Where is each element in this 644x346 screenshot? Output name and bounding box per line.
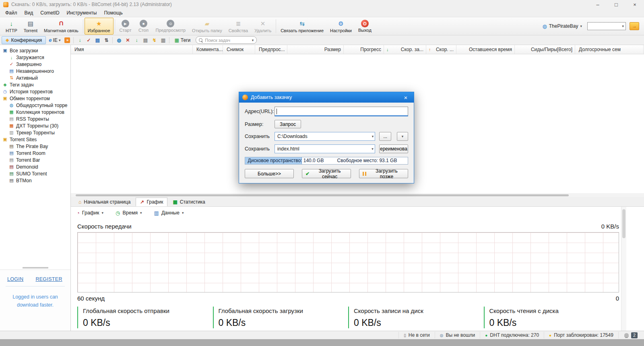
graph-menu[interactable]: ◔ График ▾: [76, 210, 103, 216]
link-app-button[interactable]: ⇆ Связать приложение: [277, 18, 327, 35]
sidebar-item-torrent-room[interactable]: ▤ Torrent Room: [0, 150, 70, 157]
save-path-select[interactable]: C:\Downloads ▾: [275, 132, 375, 141]
toolbar-search-combo[interactable]: ▾: [587, 22, 626, 30]
sidebar-item-torrent-history[interactable]: ◷ История торрентов: [0, 88, 70, 95]
sidebar-item-task-tags[interactable]: ◈ Теги задач: [0, 81, 70, 88]
vertical-scrollbar-thumb[interactable]: [622, 209, 625, 238]
close-button[interactable]: ×: [625, 0, 644, 9]
finished-filter-button[interactable]: ✓: [85, 37, 93, 44]
sidebar-item-dht-torrents[interactable]: ▦ ДХТ Торренты (30): [0, 122, 70, 129]
vertical-scrollbar[interactable]: [621, 207, 626, 331]
rename-button[interactable]: ереименова: [379, 144, 408, 153]
toolbar-separator[interactable]: [276, 19, 276, 33]
download-later-button[interactable]: Загрузить позже: [359, 169, 408, 178]
http-button[interactable]: ↓ HTTP: [2, 18, 21, 35]
filename-select[interactable]: index.html ▾: [275, 144, 375, 153]
sidebar-item-completed[interactable]: ✓ Завершено: [0, 61, 70, 68]
caret-icon[interactable]: ▾: [372, 147, 374, 151]
sidebar-item-torrent-exchange[interactable]: ▣ Обмен торрентом: [0, 95, 70, 102]
sidebar-item-tracker-torrents[interactable]: ▥ Трекер Торренты: [0, 129, 70, 136]
path-options-button[interactable]: ▾: [397, 132, 408, 141]
torrent-button[interactable]: ▤ Torrent: [21, 18, 41, 35]
global-network-button[interactable]: ◍: [115, 37, 123, 44]
query-button[interactable]: Запрос: [275, 120, 301, 128]
toolbar-search-input[interactable]: [588, 23, 620, 29]
sidebar-item-downloading[interactable]: ↓ Загружается: [0, 54, 70, 61]
new-task-button[interactable]: ▤: [93, 37, 101, 44]
filter-separator[interactable]: [112, 37, 113, 43]
tab-conference[interactable]: ◆ Конференция: [2, 36, 46, 44]
column-size[interactable]: Размер: [287, 45, 344, 54]
register-link[interactable]: REGISTER: [35, 276, 62, 282]
boost-button[interactable]: ↯: [150, 37, 158, 44]
notifications[interactable]: 2: [618, 332, 639, 338]
menu-help[interactable]: Помощь: [100, 10, 126, 16]
minimize-button[interactable]: –: [588, 0, 607, 9]
maximize-button[interactable]: □: [607, 0, 625, 9]
filter-separator[interactable]: [73, 37, 74, 43]
preview-button[interactable]: ⊙ Предпросмотр: [152, 18, 189, 35]
login-link[interactable]: LOGIN: [7, 276, 23, 282]
horizontal-scrollbar[interactable]: [71, 193, 644, 197]
column-seeds-peers[interactable]: Сиды/Пиры[Всего]: [515, 45, 575, 54]
dialog-close-button[interactable]: ×: [401, 94, 411, 101]
column-name[interactable]: Имя: [71, 45, 193, 54]
toolbar-separator[interactable]: [115, 19, 115, 33]
search-engine-select[interactable]: ◍ ThePirateBay ▾: [541, 23, 584, 30]
menu-tools[interactable]: Инструменты: [63, 10, 101, 16]
browse-button[interactable]: ...: [379, 132, 391, 141]
column-progress[interactable]: Прогресс: [344, 45, 384, 54]
task-list-button[interactable]: ▤: [141, 37, 149, 44]
favorites-button[interactable]: ★ Избранное: [85, 18, 114, 35]
caret-icon[interactable]: ▾: [620, 24, 625, 28]
sidebar-item-btmon[interactable]: ▤ BTMon: [0, 177, 70, 184]
sidebar-item-active[interactable]: ⇅ Активный: [0, 74, 70, 81]
sidebar-item-the-pirate-bay[interactable]: ▤ The Pirate Bay: [0, 143, 70, 150]
copy-task-button[interactable]: ▥: [159, 37, 167, 44]
column-snapshot[interactable]: Снимок: [223, 45, 255, 54]
column-download-speed[interactable]: ↓ Скор. за...: [384, 45, 426, 54]
tab-graph[interactable]: ↗ График: [136, 198, 167, 206]
resume-all-button[interactable]: ↓: [76, 37, 84, 44]
url-input[interactable]: [275, 107, 408, 116]
horizontal-scrollbar-thumb[interactable]: [76, 194, 569, 196]
sidebar-item-torrent-collection[interactable]: ▦ Коллекция торрентов: [0, 109, 70, 115]
column-time-left[interactable]: Оставшееся время: [456, 45, 515, 54]
caret-icon[interactable]: ▾: [372, 134, 374, 138]
tab-statistics[interactable]: ▦ Статистика: [168, 198, 209, 206]
sidebar-item-demonoid[interactable]: ▤ Demonoid: [0, 163, 70, 170]
sidebar-item-incomplete[interactable]: ▤ Незавершенного: [0, 68, 70, 74]
exit-button[interactable]: O Выход: [355, 18, 375, 35]
tags-filter-button[interactable]: ▦ Теги: [171, 37, 193, 43]
dialog-titlebar[interactable]: Добавить закачку ×: [239, 92, 414, 103]
sort-tasks-button[interactable]: ⇅: [102, 37, 110, 44]
properties-button[interactable]: ≣ Свойства: [225, 18, 251, 35]
stop-button[interactable]: ■ Стоп: [134, 18, 152, 35]
open-folder-button[interactable]: ▰ Открыть папку: [189, 18, 225, 35]
magnet-link-button[interactable]: U Магнитная связь: [41, 18, 82, 35]
sidebar-item-public-torrents[interactable]: ◍ Общедоступный торре: [0, 102, 70, 109]
column-upload-speed[interactable]: ↑ Скор. ...: [426, 45, 456, 54]
sidebar-item-rss-torrents[interactable]: ▤ RSS Торренты: [0, 115, 70, 122]
sidebar-splitter[interactable]: [0, 266, 70, 270]
delete-task-button[interactable]: ✕: [124, 37, 132, 44]
menu-file[interactable]: Файл: [2, 10, 21, 16]
search-go-button[interactable]: →: [630, 22, 639, 30]
tab-home[interactable]: ⌂ Начальная страница: [74, 198, 135, 206]
data-menu[interactable]: ▥ Данные ▾: [154, 210, 184, 216]
column-comment[interactable]: Коммента...: [193, 45, 223, 54]
rss-reader-button[interactable]: »: [63, 37, 71, 44]
delete-button[interactable]: ✕ Удалить: [251, 18, 275, 35]
menu-view[interactable]: Вид: [21, 10, 37, 16]
column-longterm-seeds[interactable]: Долгосрочные сем: [575, 45, 644, 54]
task-search-box[interactable]: ▾: [196, 36, 257, 44]
task-search-input[interactable]: [205, 38, 250, 43]
filter-separator[interactable]: [169, 37, 169, 43]
start-button[interactable]: ▶ Старт: [116, 18, 135, 35]
sidebar-item-torrent-sites[interactable]: ▣ Torrent Sites: [0, 136, 70, 143]
ie-browser-button[interactable]: e IE ▾: [47, 37, 62, 43]
toolbar-separator[interactable]: [83, 19, 83, 33]
menu-cometid[interactable]: CometID: [37, 10, 63, 16]
settings-button[interactable]: ⚙ Настройки: [327, 18, 355, 35]
sidebar-item-all-downloads[interactable]: ▣ Все загрузки: [0, 47, 70, 54]
